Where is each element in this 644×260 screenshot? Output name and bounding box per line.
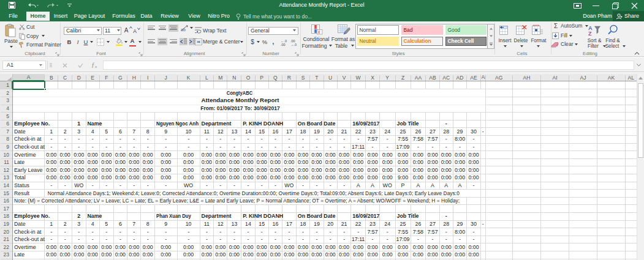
svg-text:A: A bbox=[588, 25, 593, 31]
svg-text:x: x bbox=[94, 64, 97, 69]
svg-text:Z: Z bbox=[588, 31, 592, 36]
svg-text:ab: ab bbox=[181, 28, 186, 32]
svg-text:f: f bbox=[92, 62, 94, 68]
